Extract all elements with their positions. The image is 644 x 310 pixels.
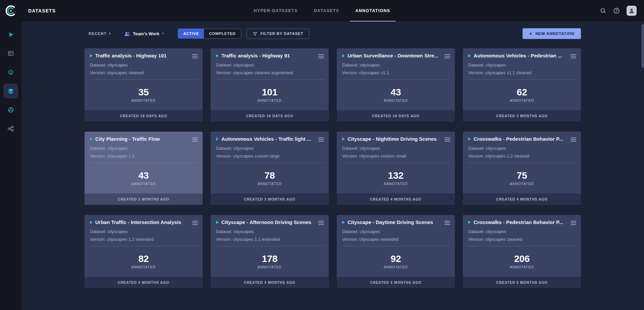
card-count-area: 62 ANNOTATED (463, 80, 581, 110)
annotated-label: ANNOTATED (510, 265, 534, 269)
annotation-card[interactable]: Cityscape - Nighttime Driving Scenes Dat… (337, 132, 455, 205)
hamburger-menu-icon (192, 54, 198, 58)
card-dataset-line: Dataset: cityscapes (342, 229, 450, 234)
new-annotation-button[interactable]: + NEW ANNOTATION (523, 28, 581, 39)
card-menu-button[interactable] (571, 219, 576, 226)
annotation-card[interactable]: Traffic analysis - Highway 91 Dataset: c… (211, 48, 329, 122)
card-menu-button[interactable] (444, 219, 450, 226)
annotated-count: 132 (388, 171, 404, 181)
app-logo[interactable] (0, 5, 21, 17)
play-icon (216, 137, 219, 141)
sort-dropdown[interactable]: RECENT ▾ (89, 32, 111, 36)
sidebar-item-projects[interactable] (3, 46, 18, 61)
card-title: Autonomous Vehicles - Pedestrian ... (474, 53, 567, 58)
hamburger-menu-icon (318, 54, 324, 58)
card-title: Urban Traffic - Intersection Analysis (95, 219, 189, 225)
scope-dropdown[interactable]: Team's Work ▾ (124, 31, 164, 37)
hamburger-menu-icon (318, 221, 324, 225)
card-version-line: Version: cityscapes 1.2 cleaned (468, 153, 576, 163)
filter-by-dataset-button[interactable]: FILTER BY DATASET (247, 29, 310, 39)
card-created-footer: CREATED 18 DAYS AGO (337, 110, 455, 122)
annotation-card[interactable]: Crosswalks - Pedestrian Behavior P... Da… (463, 132, 581, 205)
card-dataset-line: Dataset: cityscapes (216, 146, 324, 151)
annotation-card[interactable]: Urban Surveillance - Downtown Stre... Da… (337, 48, 455, 122)
hamburger-menu-icon (571, 54, 576, 58)
annotation-card[interactable]: Crosswalks - Pedestrian Behavior P... Da… (463, 215, 581, 288)
card-body: Traffic analysis - Highway 101 Dataset: … (85, 48, 203, 80)
card-version-line: Version: cityscapes custom small (342, 153, 450, 163)
sidebar-item-pipelines[interactable] (3, 121, 18, 136)
sidebar-item-dashboard[interactable] (3, 27, 18, 42)
tab-datasets[interactable]: DATASETS (306, 0, 347, 21)
card-dataset-line: Dataset: cityscapes (216, 229, 324, 234)
sidebar-item-workers[interactable] (3, 65, 18, 80)
card-body: Urban Traffic - Intersection Analysis Da… (85, 215, 203, 246)
card-count-area: 82 ANNOTATED (85, 246, 203, 277)
annotation-card[interactable]: Cityscape - Daytime Driving Scenes Datas… (337, 215, 455, 288)
annotated-count: 101 (262, 87, 278, 98)
chevron-down-icon: ▾ (162, 32, 164, 35)
user-avatar-icon (628, 7, 635, 14)
sidebar-item-datasets[interactable] (3, 84, 18, 98)
user-avatar-button[interactable] (627, 6, 637, 16)
annotated-count: 43 (138, 171, 149, 181)
card-menu-button[interactable] (318, 219, 324, 226)
annotation-card[interactable]: Traffic analysis - Highway 101 Dataset: … (85, 48, 203, 122)
annotation-card[interactable]: Autonomous Vehicles - Traffic light ... … (211, 132, 329, 205)
annotated-count: 62 (517, 87, 527, 98)
annotation-card[interactable]: Cityscape - Afternoon Driving Scenes Dat… (211, 215, 329, 288)
card-title: Autonomous Vehicles - Traffic light ... (221, 136, 315, 142)
team-icon (124, 31, 130, 37)
card-version-line: Version: cityscapes 1.1 extended (216, 237, 324, 246)
annotated-count: 178 (262, 254, 278, 264)
hamburger-menu-icon (444, 137, 450, 142)
annotation-card[interactable]: City Planning - Traffic Flow Dataset: ci… (85, 132, 203, 205)
annotated-label: ANNOTATED (131, 265, 156, 269)
card-menu-button[interactable] (318, 136, 324, 143)
card-menu-button[interactable] (192, 136, 198, 143)
card-menu-button[interactable] (571, 53, 576, 60)
card-version-line: Version: cityscapes extended (342, 237, 450, 246)
card-menu-button[interactable] (444, 53, 450, 60)
card-body: Traffic analysis - Highway 91 Dataset: c… (211, 48, 329, 80)
card-title: Cityscape - Afternoon Driving Scenes (221, 219, 315, 225)
card-menu-button[interactable] (571, 136, 576, 143)
tab-hyper-datasets[interactable]: HYPER-DATASETS (246, 0, 306, 21)
card-menu-button[interactable] (444, 136, 450, 143)
search-button[interactable] (600, 7, 606, 14)
annotation-card[interactable]: Urban Traffic - Intersection Analysis Da… (85, 215, 203, 288)
card-menu-button[interactable] (318, 53, 324, 60)
card-dataset-line: Dataset: cityscapes (90, 62, 198, 68)
segment-active[interactable]: ACTIVE (178, 29, 204, 38)
card-created-footer: CREATED 3 MONTHS AGO (463, 110, 581, 122)
card-menu-button[interactable] (192, 219, 198, 226)
annotation-card[interactable]: Autonomous Vehicles - Pedestrian ... Dat… (463, 48, 581, 122)
annotated-count: 43 (390, 87, 401, 98)
scrollbar-thumb[interactable] (642, 24, 644, 68)
card-body: Autonomous Vehicles - Traffic light ... … (211, 132, 329, 163)
card-title: Urban Surveillance - Downtown Stre... (347, 53, 441, 58)
annotated-label: ANNOTATED (258, 99, 282, 102)
play-icon (468, 137, 471, 141)
projects-icon (7, 50, 14, 57)
card-title: Traffic analysis - Highway 91 (221, 53, 315, 58)
hamburger-menu-icon (192, 221, 198, 225)
sort-label: RECENT (89, 32, 107, 36)
play-icon (216, 54, 219, 57)
play-icon (342, 221, 345, 224)
scrollbar-track[interactable] (641, 21, 644, 310)
annotated-count: 206 (514, 254, 530, 264)
play-icon (468, 221, 471, 224)
help-button[interactable]: ? (613, 7, 620, 14)
card-count-area: 75 ANNOTATED (463, 163, 581, 193)
tab-annotations[interactable]: ANNOTATIONS (347, 0, 398, 21)
segment-completed[interactable]: COMPLETED (204, 29, 240, 38)
card-created-footer: CREATED 5 MONTHS AGO (463, 277, 581, 288)
sidebar-item-applications[interactable] (3, 102, 18, 117)
card-version-line: Version: cityscapes 1.2 extended (90, 237, 198, 246)
card-menu-button[interactable] (192, 53, 198, 60)
card-body: Cityscape - Daytime Driving Scenes Datas… (337, 215, 455, 246)
card-title: City Planning - Traffic Flow (95, 136, 189, 142)
annotated-label: ANNOTATED (510, 99, 534, 102)
annotated-label: ANNOTATED (384, 99, 408, 102)
